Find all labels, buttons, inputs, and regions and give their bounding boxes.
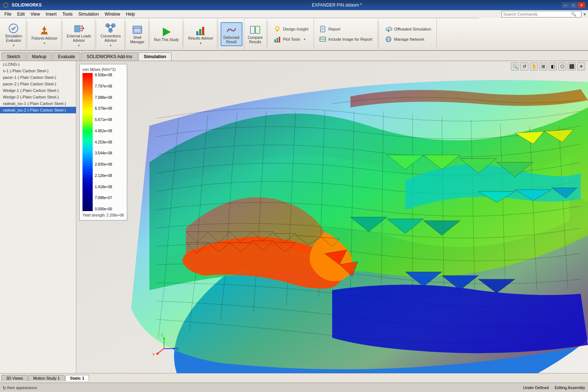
run-study-button[interactable]: Run This Study: [152, 25, 181, 43]
close-button[interactable]: ✕: [578, 2, 585, 8]
separator-8: [267, 21, 268, 47]
left-panel-item-0[interactable]: (-LONG-): [0, 61, 76, 68]
right-toolbar-group: Design Insight Plot Tools ▼: [269, 19, 314, 49]
separator-2: [62, 21, 63, 47]
external-loads-dropdown[interactable]: ▼: [77, 44, 80, 47]
search-input-container[interactable]: 🔍: [502, 11, 581, 17]
vp-rotate-icon[interactable]: ↺: [520, 62, 528, 70]
separator-4: [125, 21, 126, 47]
vp-wireframe-icon[interactable]: ⬡: [558, 62, 566, 70]
simulation-evaluator-button[interactable]: SimulationEvaluator: [3, 21, 24, 44]
menu-item-file[interactable]: File: [1, 11, 14, 17]
legend-value: 2.126e+08: [95, 174, 112, 178]
menu-item-help[interactable]: Help: [123, 11, 138, 17]
viewport[interactable]: X Z Y von Mises (N/m^2) 8.506e+087.797e+…: [76, 61, 588, 373]
external-loads-button[interactable]: External LoadsAdvisor: [65, 21, 93, 44]
maximize-button[interactable]: □: [570, 2, 577, 8]
design-insight-icon: [274, 25, 281, 33]
offloaded-sim-button[interactable]: Offloaded Simulation: [383, 25, 434, 33]
svg-marker-16: [163, 28, 171, 36]
simulation-evaluator-dropdown[interactable]: ▼: [12, 44, 15, 47]
left-panel-item-7[interactable]: radeab_iso-2 (-Plain Carbon Steel-): [0, 107, 76, 113]
svg-rect-6: [74, 25, 80, 32]
fea-visualization: X Z Y: [76, 61, 588, 373]
results-advisor-icon: [195, 25, 206, 36]
manage-network-label: Manage Network: [394, 37, 424, 41]
vp-lights-icon[interactable]: ☀: [577, 62, 585, 70]
compare-results-button[interactable]: CompareResults: [246, 23, 265, 45]
results-advisor-section: Results Advisor ▼: [185, 19, 217, 49]
bottom-tab-static-1[interactable]: Static 1: [65, 375, 89, 381]
right-toolbar-group3: Offloaded Simulation Manage Network: [380, 19, 437, 49]
vp-perspective-icon[interactable]: ⬛: [568, 62, 576, 70]
menu-item-window[interactable]: Window: [102, 11, 123, 17]
connections-advisor-button[interactable]: ConnectionsAdvisor: [98, 21, 123, 44]
legend-value: 4.253e+08: [95, 140, 112, 144]
report-icon: [319, 25, 326, 33]
offloaded-sim-label: Offloaded Simulation: [394, 27, 431, 31]
menu-item-tools[interactable]: Tools: [60, 11, 76, 17]
status-bar: fy their appearance Under Defined Editin…: [0, 383, 588, 392]
left-panel-item-4[interactable]: Wedge-1 (-Plain Carbon Steel-): [0, 87, 76, 94]
plot-tools-button[interactable]: Plot Tools ▼: [271, 35, 311, 44]
shell-manager-button[interactable]: ShellManager: [128, 23, 146, 45]
tab-solidworks-add-ins[interactable]: SOLIDWORKS Add-Ins: [81, 52, 137, 61]
vp-section-icon[interactable]: ◧: [549, 62, 557, 70]
left-panel-item-5[interactable]: Wedge-2 (-Plain Carbon Steel-): [0, 94, 76, 100]
fixtures-advisor-button[interactable]: Fixtures Advisor: [29, 24, 60, 42]
vp-zoom-icon[interactable]: 🔍: [511, 62, 519, 70]
toolbar: SimulationEvaluator ▼ Fixtures Advisor ▼: [0, 18, 588, 51]
design-insight-button[interactable]: Design Insight: [271, 25, 311, 33]
tab-markup[interactable]: Markup: [27, 52, 52, 61]
svg-point-1: [12, 27, 15, 30]
include-image-label: Include Image for Report: [329, 37, 372, 41]
status-hint: fy their appearance: [3, 385, 37, 390]
left-panel-item-6[interactable]: radeab_iso-1 (-Plain Carbon Steel-): [0, 100, 76, 107]
legend-value: 8.506e+08: [95, 73, 112, 77]
viewport-toolbar: 🔍 ↺ ✋ ⊞ ◧ ⬡ ⬛ ☀: [511, 62, 585, 70]
plot-tools-dropdown[interactable]: ▼: [303, 38, 306, 41]
results-advisor-label: Results Advisor: [188, 36, 213, 41]
fixtures-advisor-dropdown[interactable]: ▼: [43, 42, 46, 45]
menu-item-simulation[interactable]: Simulation: [76, 11, 102, 17]
bottom-tab-3d-views[interactable]: 3D Views: [1, 375, 28, 381]
legend-value: 6.379e+08: [95, 106, 112, 110]
run-study-label: Run This Study: [154, 38, 179, 42]
menu-item-edit[interactable]: Edit: [14, 11, 28, 17]
connections-advisor-label: ConnectionsAdvisor: [101, 34, 121, 43]
results-advisor-dropdown[interactable]: ▼: [199, 42, 202, 45]
search-input[interactable]: [502, 12, 571, 16]
menu-item-insert[interactable]: Insert: [43, 11, 60, 17]
deformed-result-button[interactable]: DeformedResult: [221, 22, 242, 46]
tab-evaluate[interactable]: Evaluate: [53, 52, 81, 61]
legend-labels: 8.506e+087.797e+087.088e+086.379e+085.67…: [95, 73, 112, 211]
include-image-button[interactable]: Include Image for Report: [317, 35, 375, 44]
left-panel-item-3[interactable]: pacer-2 (-Plain Carbon Steel-): [0, 81, 76, 87]
report-button[interactable]: Report: [317, 25, 375, 33]
window-title: EXPANDER PIN.sldasm *: [112, 3, 562, 8]
results-advisor-button[interactable]: Results Advisor: [186, 24, 216, 42]
legend-value: 5.671e+08: [95, 118, 112, 122]
bottom-tab-motion-study-1[interactable]: Motion Study 1: [28, 375, 64, 381]
legend-value: 0.000e+00: [95, 207, 112, 211]
separator-1: [27, 21, 27, 47]
connections-advisor-dropdown[interactable]: ▼: [109, 44, 112, 47]
deformed-result-icon: [226, 24, 237, 36]
vp-fit-icon[interactable]: ⊞: [539, 62, 547, 70]
vp-pan-icon[interactable]: ✋: [530, 62, 538, 70]
legend-gradient: [82, 73, 93, 211]
left-panel-item-1[interactable]: n-1 (-Plain Carbon Steel-): [0, 68, 76, 74]
run-study-icon: [161, 26, 172, 38]
manage-network-button[interactable]: Manage Network: [383, 35, 434, 44]
plot-tools-icon: [274, 36, 281, 43]
under-defined-status: Under Defined: [523, 385, 549, 390]
svg-marker-4: [42, 26, 47, 30]
search-dropdown-icon[interactable]: ▼: [583, 12, 587, 16]
tab-simulation[interactable]: Simulation: [138, 52, 172, 61]
left-panel-item-2[interactable]: pacer-1 (-Plain Carbon Steel-): [0, 74, 76, 81]
tab-sketch[interactable]: Sketch: [1, 52, 26, 61]
left-panel: (-LONG-)n-1 (-Plain Carbon Steel-)pacer-…: [0, 61, 76, 373]
menu-item-view[interactable]: View: [28, 11, 43, 17]
minimize-button[interactable]: ─: [562, 2, 569, 8]
legend-title: von Mises (N/m^2): [82, 67, 124, 72]
